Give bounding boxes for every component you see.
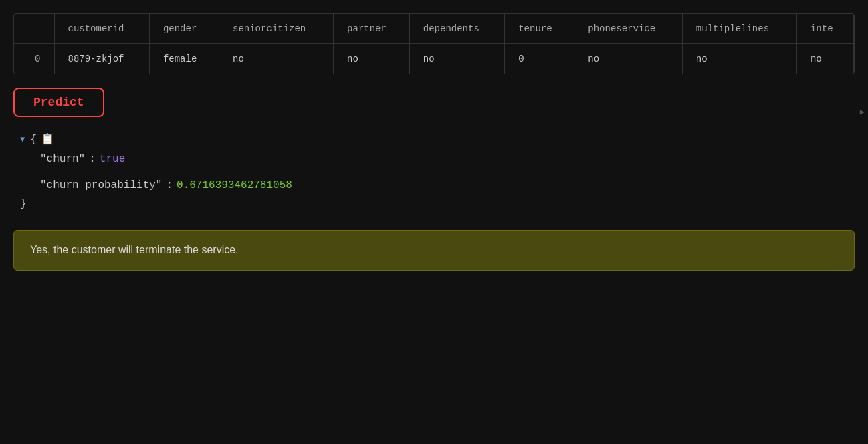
- json-close-brace: }: [20, 195, 27, 214]
- table-row: 0 8879-zkjof female no no no 0 no no no: [14, 44, 854, 74]
- json-churn-value: true: [100, 150, 125, 169]
- col-header-customerid: customerid: [54, 14, 149, 44]
- json-churn-line: "churn" : true: [40, 150, 855, 169]
- cell-multiplelines: no: [682, 44, 796, 74]
- col-header-index: [14, 14, 54, 44]
- collapse-arrow-icon[interactable]: ▼: [20, 133, 25, 148]
- predict-button[interactable]: Predict: [13, 88, 104, 117]
- json-churn-key: "churn": [40, 150, 85, 169]
- notification-text: Yes, the customer will terminate the ser…: [30, 244, 239, 255]
- notification-banner: Yes, the customer will terminate the ser…: [13, 230, 855, 271]
- cell-phoneservice: no: [574, 44, 683, 74]
- cell-gender: female: [149, 44, 219, 74]
- col-header-gender: gender: [149, 14, 219, 44]
- col-header-multiplelines: multiplelines: [682, 14, 796, 44]
- col-header-inte: inte: [796, 14, 853, 44]
- data-table: customerid gender seniorcitizen partner …: [13, 13, 855, 74]
- col-header-seniorcitizen: seniorcitizen: [219, 14, 334, 44]
- cell-customerid: 8879-zkjof: [54, 44, 149, 74]
- json-close-line: }: [20, 195, 855, 214]
- json-churn-probability-line: "churn_probability" : 0.6716393462781058: [40, 176, 855, 195]
- col-header-dependents: dependents: [409, 14, 504, 44]
- json-churn-colon: :: [89, 150, 96, 169]
- cell-tenure: 0: [505, 44, 574, 74]
- cell-dependents: no: [409, 44, 504, 74]
- col-header-tenure: tenure: [505, 14, 574, 44]
- col-header-partner: partner: [334, 14, 410, 44]
- json-churn-probability-value: 0.6716393462781058: [177, 176, 292, 195]
- cell-index: 0: [14, 44, 54, 74]
- json-output-panel: ▼ { 📋 "churn" : true "churn_probability"…: [13, 130, 855, 214]
- cell-partner: no: [334, 44, 410, 74]
- json-churn-probability-colon: :: [166, 176, 173, 195]
- cell-inte: no: [796, 44, 853, 74]
- col-header-phoneservice: phoneservice: [574, 14, 683, 44]
- json-open-brace: {: [30, 130, 37, 150]
- json-churn-probability-key: "churn_probability": [40, 176, 162, 195]
- cell-seniorcitizen: no: [219, 44, 334, 74]
- clipboard-icon[interactable]: 📋: [41, 130, 54, 150]
- json-body: "churn" : true "churn_probability" : 0.6…: [20, 150, 855, 195]
- json-open-line: ▼ { 📋: [20, 130, 855, 150]
